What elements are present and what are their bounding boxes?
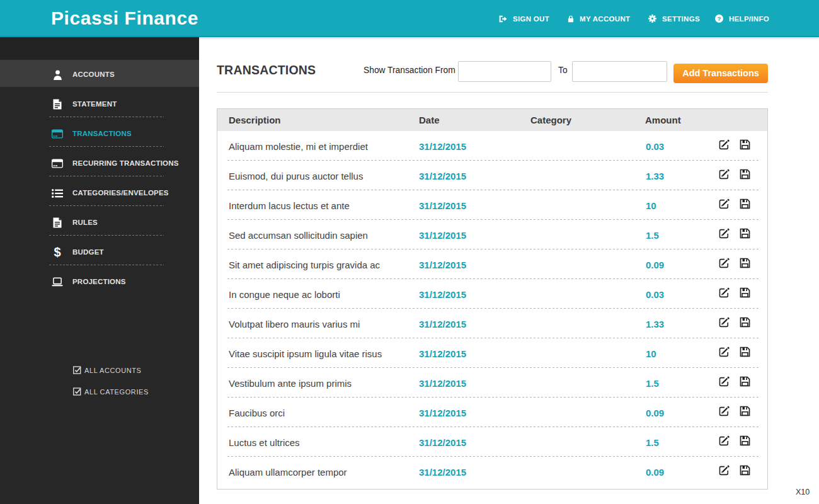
svg-text:?: ?: [717, 15, 721, 22]
